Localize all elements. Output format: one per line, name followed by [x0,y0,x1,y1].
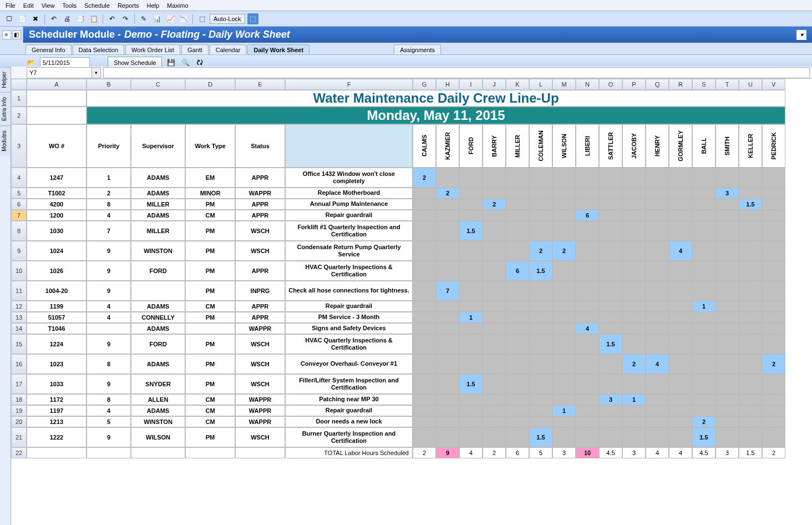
module-control-icon[interactable]: ≡ [2,31,11,39]
tab-assignments[interactable]: Assignments [394,44,441,54]
tabs-row: General InfoData SelectionWork Order Lis… [0,43,812,55]
tab-daily-work-sheet[interactable]: Daily Work Sheet [247,44,309,54]
toolbar-icon[interactable]: ⬚ [196,13,207,24]
toolbar-icon[interactable]: 🖨 [62,13,73,24]
toolbar-icon[interactable]: ↶ [48,13,59,24]
tab-calendar[interactable]: Calendar [210,44,247,54]
module-label: Scheduler Module - [29,29,121,41]
autolock-button[interactable]: Auto-Lock [210,14,245,24]
module-dropdown-icon[interactable]: ▾ [796,30,806,40]
formula-bar[interactable] [103,67,810,71]
side-tabs: HelperExtra InfoModules [0,67,11,70]
namebox-row: ▾ [11,67,812,70]
tab-work-order-list[interactable]: Work Order List [125,44,180,54]
toolbar-icon[interactable]: ↶ [106,13,118,24]
toolbar-icon[interactable]: 📈 [165,13,176,24]
toolbar-icon[interactable]: ↷ [120,13,131,24]
menu-file[interactable]: File [2,1,19,10]
menu-maximo[interactable]: Maximo [164,1,192,10]
namebox-input[interactable] [27,67,92,71]
toolbar-icon[interactable]: 📋 [88,13,99,24]
menu-bar: FileEditViewToolsScheduleReportsHelpMaxi… [0,0,812,11]
tab-data-selection[interactable]: Data Selection [73,44,125,54]
toolbar-icon[interactable]: 📊 [151,13,163,24]
module-title-bar: Scheduler Module - Demo - Floating - Dai… [23,27,812,43]
side-tab-helper[interactable]: Helper [0,67,11,70]
toolbar-icon[interactable]: ✎ [138,13,149,24]
menu-tools[interactable]: Tools [59,1,80,10]
toolbar-icon[interactable]: 📉 [178,13,189,24]
module-control-icon[interactable]: ◧ [12,31,21,39]
module-left-controls: ≡ ◧ [0,27,23,43]
menu-help[interactable]: Help [143,1,163,10]
menu-reports[interactable]: Reports [114,1,143,10]
tab-general-info[interactable]: General Info [26,44,72,54]
menu-edit[interactable]: Edit [20,1,37,10]
autolock-icon[interactable]: ⬚ [247,13,258,24]
menu-schedule[interactable]: Schedule [81,1,113,10]
tab-gantt[interactable]: Gantt [181,44,209,54]
toolbar-icon[interactable]: ☐ [3,13,14,24]
module-title-text: Demo - Floating - Daily Work Sheet [124,29,290,41]
main-toolbar: ☐📄✖↶🖨📑📋↶↷✎📊📈📉⬚Auto-Lock⬚ [0,11,812,27]
toolbar-icon[interactable]: 📑 [75,13,86,24]
namebox-dropdown-icon[interactable]: ▾ [92,67,101,71]
toolbar-icon[interactable]: ✖ [30,13,41,24]
toolbar-icon[interactable]: 📄 [17,13,28,24]
menu-view[interactable]: View [38,1,58,10]
